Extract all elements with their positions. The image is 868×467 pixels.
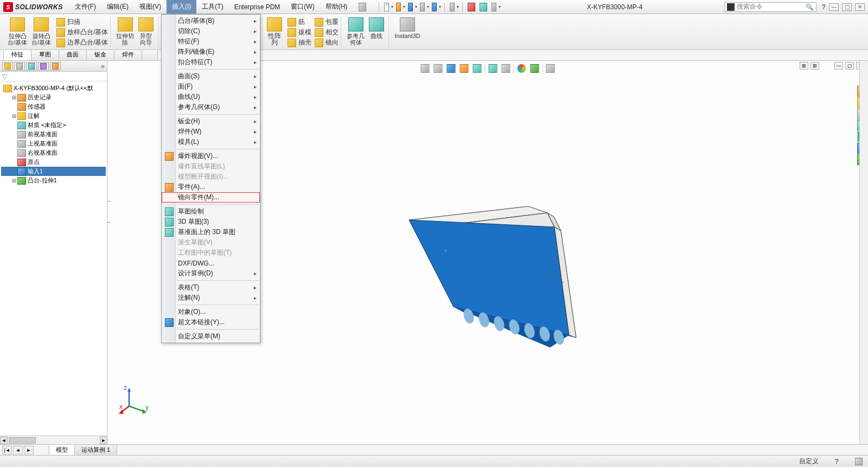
vt-section[interactable] [459,63,470,74]
menu-window[interactable]: 窗口(W) [285,0,320,14]
menu-tools[interactable]: 工具(T) [196,0,228,14]
cmdtab-hidden[interactable]: 件 [142,48,158,60]
maximize-button[interactable]: ▢ [842,3,852,11]
view-help-1[interactable]: ⊞ [800,62,808,70]
ribbon-revolve-boss[interactable]: 旋转凸 台/基体 [29,16,53,47]
dd-item-1-2[interactable]: 曲线(U) [162,92,260,102]
close-button[interactable]: ✕ [855,3,865,11]
btab-nav-prev[interactable]: ◄ [13,446,23,455]
tree-item-5[interactable]: 上视基准面 [1,139,106,148]
cmdtab-sheetmetal[interactable]: 钣金 [86,48,114,60]
tree-item-3[interactable]: 材质 <未指定> [1,121,106,130]
mgrtab-feature[interactable] [2,62,13,71]
qtb-new[interactable] [382,2,393,12]
dd-item-1-3[interactable]: 参考几何体(G) [162,102,260,112]
qtb-undo[interactable] [430,2,441,12]
mgrtab-render[interactable] [50,62,61,71]
minimize-button[interactable]: — [829,3,839,11]
btab-nav-first[interactable]: |◄ [2,446,12,455]
tree-root[interactable]: X-KYFB3000-MP-4 (默认<<默 [1,84,106,93]
menu-pdm[interactable]: Enterprise PDM [229,0,286,14]
view-triad[interactable]: z y x [118,384,151,417]
view-restore[interactable]: ▢ [845,62,854,70]
dd-item-4-0[interactable]: 草图绘制 [162,206,260,217]
tree-expander[interactable]: ⊞ [11,178,17,184]
qtb-print[interactable] [418,2,429,12]
tree-hscroll[interactable]: ◄ ► [0,436,107,444]
tree-expander[interactable]: ⊞ [11,113,17,119]
dd-item-2-1[interactable]: 焊件(W) [162,127,260,137]
cmdtab-weldment[interactable]: 焊件 [114,48,142,60]
dd-item-2-2[interactable]: 模具(L) [162,137,260,147]
dd-item-0-4[interactable]: 扣合特征(T) [162,57,260,67]
dd-item-0-2[interactable]: 特征(F) [162,36,260,47]
dd-item-0-1[interactable]: 切除(C) [162,26,260,36]
dd-item-2-0[interactable]: 钣金(H) [162,116,260,127]
tree-item-1[interactable]: 传感器 [1,102,106,111]
dd-item-3-3[interactable]: 零件(A)... [162,182,260,192]
menu-help[interactable]: 帮助(H) [320,0,353,14]
dd-item-6-0[interactable]: 对象(O)... [162,307,260,317]
status-custom[interactable]: 自定义 [799,457,819,466]
ribbon-curves[interactable]: 曲线 [367,16,386,47]
tree-item-0[interactable]: ⊞历史记录 [1,93,106,102]
ribbon-loft[interactable]: 放样凸台/基体 [56,28,108,37]
btab-nav-next[interactable]: ► [24,446,34,455]
dd-item-6-1[interactable]: 超文本链接(Y)... [162,317,260,327]
tree-item-9[interactable]: ⊞凸台-拉伸1 [1,176,106,185]
panel-splitter[interactable] [107,201,111,223]
dd-item-5-0[interactable]: 表格(T) [162,282,260,293]
vt-zoom-fit[interactable] [420,63,431,74]
vt-display-style[interactable] [488,63,499,74]
mgrtab-config[interactable] [26,62,37,71]
vt-view-settings[interactable] [545,63,556,74]
dd-item-1-1[interactable]: 面(F) [162,81,260,92]
qtb-rebuild[interactable] [466,2,477,12]
viewport-vscroll[interactable] [859,61,868,455]
ribbon-hole-wizard[interactable]: 异型 向导 [136,16,156,47]
qtb-open[interactable] [394,2,405,12]
dd-item-4-5[interactable]: DXF/DWG... [162,258,260,268]
dd-item-0-3[interactable]: 阵列/镜像(E) [162,47,260,57]
dd-item-3-4[interactable]: 镜向零件(M)... [162,192,260,203]
mgrtab-property[interactable] [14,62,25,71]
ribbon-intersect[interactable]: 相交 [315,28,339,37]
vt-hide-show[interactable] [501,63,512,74]
dd-item-0-0[interactable]: 凸台/基体(B) [162,16,260,26]
qtb-select[interactable] [448,2,459,12]
menu-insert[interactable]: 插入(I) [167,0,196,14]
tree-item-2[interactable]: ⊞注解 [1,111,106,121]
ribbon-extrude-cut[interactable]: 拉伸切 除 [114,16,136,47]
ribbon-mirror[interactable]: 镜向 [315,38,339,47]
menu-file[interactable]: 文件(F) [69,0,101,14]
mgrtab-more[interactable]: » [101,62,105,70]
qtb-save[interactable] [406,2,417,12]
dd-item-1-0[interactable]: 曲面(S) [162,71,260,81]
tree-filter[interactable]: ▽ [0,72,107,81]
vt-appearance[interactable] [516,63,527,74]
btab-model[interactable]: 模型 [49,444,75,456]
tree-expander[interactable]: ⊞ [11,94,17,100]
qtb-options[interactable] [478,2,489,12]
search-command-input[interactable]: 搜索命令 🔍 [724,2,816,12]
cmdtab-sketch[interactable]: 草图 [31,48,59,60]
tree-item-8[interactable]: 输入1 [1,167,106,176]
dd-item-4-6[interactable]: 设计算例(D) [162,268,260,279]
view-help-2[interactable]: ⊞ [810,62,819,70]
ribbon-boundary[interactable]: 边界凸台/基体 [56,38,108,47]
cmdtab-features[interactable]: 特征 [3,48,31,60]
dd-item-3-0[interactable]: 爆炸视图(V)... [162,151,260,161]
dd-item-4-1[interactable]: 3D 草图(3) [162,217,260,227]
btab-motion-study[interactable]: 运动算例 1 [74,444,117,456]
ribbon-extrude-boss[interactable]: 拉伸凸 台/基体 [5,16,29,47]
ribbon-instant3d[interactable]: Instant3D [392,16,422,40]
tree-item-6[interactable]: 右视基准面 [1,148,106,157]
status-unit-icon[interactable] [855,458,863,465]
tree-item-7[interactable]: 原点 [1,157,106,167]
vt-scene[interactable] [529,63,540,74]
help-dropdown[interactable]: ? [822,3,826,11]
dd-item-4-2[interactable]: 基准面上的 3D 草图 [162,227,260,237]
vt-view-orient[interactable] [472,63,483,74]
ribbon-rib[interactable]: 筋 [288,17,311,27]
ribbon-linear-pattern[interactable]: 性阵列 [265,16,284,47]
